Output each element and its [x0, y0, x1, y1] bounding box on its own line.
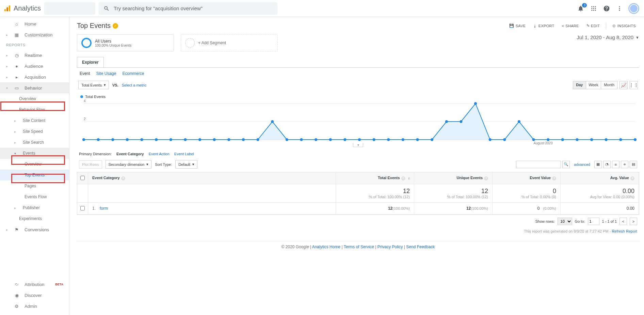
share-button[interactable]: < SHARE	[559, 22, 582, 29]
nav-publisher[interactable]: ▸Publisher	[0, 202, 69, 213]
footer-analytics-home-link[interactable]: Analytics Home	[312, 245, 340, 249]
segment-all-users[interactable]: All Users 100.00% Unique Events	[77, 34, 174, 51]
footer-feedback-link[interactable]: Send Feedback	[406, 245, 435, 249]
view-bar-button[interactable]: ≡	[612, 161, 619, 168]
export-label: EXPORT	[538, 24, 554, 28]
apps-button[interactable]	[590, 4, 598, 13]
nav-experiments[interactable]: Experiments	[0, 213, 69, 224]
save-button[interactable]: 💾 SAVE	[506, 22, 529, 29]
table-search-input[interactable]	[516, 161, 561, 168]
svg-point-28	[170, 138, 172, 141]
view-comparison-button[interactable]: ⫩	[621, 161, 628, 168]
help-button[interactable]	[602, 4, 611, 13]
goto-input[interactable]	[588, 218, 599, 225]
nav-home[interactable]: ⌂Home	[0, 18, 69, 29]
subtab-site-usage[interactable]: Site Usage	[96, 71, 116, 76]
nav-home-label: Home	[25, 21, 36, 27]
nav-site-speed[interactable]: ▸Site Speed	[0, 126, 69, 137]
view-pie-button[interactable]: ◔	[603, 161, 611, 168]
th-event-value[interactable]: Event Value	[530, 176, 551, 180]
subtab-event[interactable]: Event	[80, 71, 90, 76]
nav-acquisition[interactable]: ▸▸Acquisition	[0, 72, 69, 82]
add-segment-button[interactable]: + Add Segment	[181, 34, 278, 51]
footer-privacy-link[interactable]: Privacy Policy	[377, 245, 403, 249]
secondary-dimension-selector[interactable]: Secondary dimension ▾	[106, 160, 152, 169]
home-icon: ⌂	[14, 21, 20, 27]
subtab-ecommerce[interactable]: Ecommerce	[122, 71, 144, 76]
row-category-link[interactable]: form	[100, 206, 108, 211]
view-pivot-button[interactable]: ▤	[630, 161, 637, 168]
nav-site-search[interactable]: ▸Site Search	[0, 137, 69, 148]
th-avg-value[interactable]: Avg. Value	[610, 176, 629, 180]
pager-range: 1 - 1 of 1	[602, 219, 617, 223]
app-header: Analytics Try searching for "acquisition…	[0, 0, 644, 17]
nav-behavior-flow[interactable]: Behavior Flow	[0, 104, 69, 115]
svg-point-46	[431, 138, 433, 141]
nav-realtime[interactable]: ▸◷Realtime	[0, 50, 69, 61]
svg-point-58	[605, 138, 608, 141]
th-total-events[interactable]: Total Events	[378, 176, 400, 180]
th-category[interactable]: Event Category	[92, 176, 120, 180]
refresh-report-link[interactable]: Refresh Report	[612, 229, 637, 233]
help-icon[interactable]: ?	[401, 176, 405, 180]
nav-conversions[interactable]: ▸⚑Conversions	[0, 224, 69, 235]
chart-motion-view-button[interactable]: ⋮⋮	[630, 81, 638, 89]
nav-audience[interactable]: ▸●Audience	[0, 61, 69, 72]
beta-label: BETA	[55, 283, 63, 286]
nav-reports-header: REPORTS	[0, 40, 69, 50]
insights-button[interactable]: ◎ INSIGHTS	[609, 22, 639, 29]
dim-event-action[interactable]: Event Action	[149, 152, 170, 156]
sort-type-selector[interactable]: Default ▾	[175, 160, 197, 169]
notifications-button[interactable]: 3	[577, 4, 585, 13]
period-month[interactable]: Month	[601, 81, 617, 89]
svg-point-44	[402, 138, 404, 141]
th-unique-events[interactable]: Unique Events	[457, 176, 483, 180]
nav-attribution[interactable]: ౿Attribution BETA	[0, 279, 69, 290]
svg-point-27	[155, 138, 158, 141]
sum-avg-value-sub: Avg for View: 0.00 (0.00%)	[565, 195, 634, 199]
footer-tos-link[interactable]: Terms of Service	[344, 245, 374, 249]
nav-admin[interactable]: ⚙Admin	[0, 301, 69, 312]
date-range-picker[interactable]: Jul 1, 2020 - Aug 8, 2020 ▼	[577, 34, 639, 40]
brand-logo[interactable]: Analytics	[3, 4, 41, 12]
account-avatar[interactable]	[628, 3, 639, 14]
view-table-button[interactable]: ▦	[594, 161, 602, 168]
content-area: Top Events ✓ 💾 SAVE ⭳ EXPORT < SHARE ✎ E…	[69, 17, 644, 315]
nav-site-content[interactable]: ▸Site Content	[0, 115, 69, 126]
search-box[interactable]: Try searching for "acquisition overview"	[99, 2, 277, 15]
nav-events-pages[interactable]: Pages	[0, 180, 69, 191]
row-checkbox[interactable]	[80, 206, 85, 210]
period-selector: Day Week Month	[573, 81, 617, 89]
table-search-button[interactable]: 🔍	[562, 161, 570, 168]
nav-events[interactable]: ▾Events	[0, 148, 69, 159]
help-icon[interactable]: ?	[552, 176, 556, 180]
edit-button[interactable]: ✎ EDIT	[583, 22, 603, 29]
prev-page-button[interactable]: <	[619, 218, 627, 225]
dim-event-category[interactable]: Event Category	[116, 152, 144, 156]
rows-per-page-select[interactable]: 10	[558, 218, 572, 225]
nav-behavior[interactable]: ▾▭Behavior	[0, 82, 69, 93]
svg-point-6	[591, 8, 592, 9]
nav-events-top[interactable]: Top Events	[0, 170, 69, 180]
tab-explorer[interactable]: Explorer	[77, 57, 104, 67]
chart-line-view-button[interactable]: 📈	[619, 81, 628, 89]
nav-events-flow[interactable]: Events Flow	[0, 191, 69, 202]
period-day[interactable]: Day	[573, 81, 585, 89]
nav-discover[interactable]: ◉Discover	[0, 290, 69, 301]
help-icon[interactable]: ?	[630, 176, 634, 180]
nav-events-overview[interactable]: Overview	[0, 159, 69, 170]
period-week[interactable]: Week	[586, 81, 601, 89]
more-menu-button[interactable]	[615, 4, 624, 13]
next-page-button[interactable]: >	[630, 218, 637, 225]
export-button[interactable]: ⭳ EXPORT	[530, 22, 558, 29]
advanced-filter-link[interactable]: advanced	[574, 162, 590, 167]
nav-customization[interactable]: ▸▦Customization	[0, 29, 69, 40]
primary-metric-selector[interactable]: Total Events ▾	[78, 81, 109, 89]
select-all-checkbox[interactable]	[80, 176, 85, 180]
dim-event-label[interactable]: Event Label	[174, 152, 194, 156]
property-selector[interactable]	[44, 2, 95, 15]
nav-behavior-overview[interactable]: Overview	[0, 93, 69, 104]
help-icon[interactable]: ?	[121, 176, 125, 180]
select-metric-link[interactable]: Select a metric	[122, 83, 147, 87]
help-icon[interactable]: ?	[484, 176, 488, 180]
